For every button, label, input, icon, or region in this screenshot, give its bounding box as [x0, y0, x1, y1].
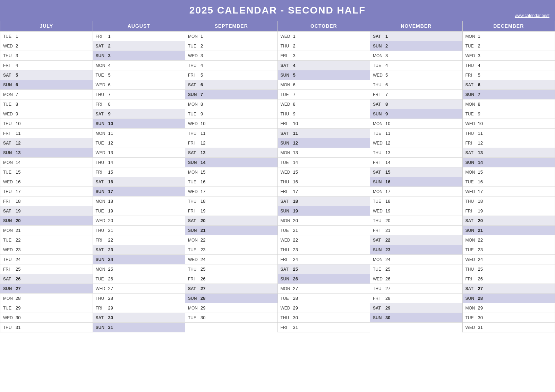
day-of-week: FRI — [373, 160, 385, 165]
day-number: 5 — [16, 72, 18, 78]
day-row: SUN10 — [93, 119, 185, 129]
day-of-week: TUE — [3, 306, 15, 311]
day-of-week: FRI — [281, 257, 292, 262]
day-number: 18 — [293, 199, 298, 204]
day-number: 11 — [293, 131, 298, 136]
page-title: 2025 CALENDAR - SECOND HALF — [0, 5, 555, 16]
day-of-week: SUN — [96, 257, 108, 262]
day-number: 1 — [108, 34, 111, 39]
day-of-week: MON — [3, 228, 15, 233]
day-row: MON1 — [185, 32, 278, 41]
day-row: FRI26 — [185, 274, 278, 284]
day-row: SAT29 — [370, 303, 462, 313]
day-of-week: TUE — [188, 315, 200, 320]
day-of-week: WED — [96, 286, 108, 291]
day-number: 23 — [293, 247, 298, 252]
day-number: 2 — [385, 43, 388, 49]
day-number: 29 — [478, 305, 483, 311]
day-number: 16 — [16, 179, 20, 184]
day-row: WED8 — [278, 99, 370, 109]
day-of-week: THU — [281, 180, 292, 184]
day-number: 25 — [108, 267, 113, 272]
day-row: TUE23 — [185, 245, 278, 255]
day-row: TUE29 — [0, 303, 93, 313]
day-number: 25 — [293, 267, 298, 272]
day-number: 5 — [385, 72, 388, 78]
page-header: 2025 CALENDAR - SECOND HALF www.calendar… — [0, 0, 555, 21]
day-row: TUE16 — [185, 177, 278, 187]
month-col-november: NOVEMBERSAT1SUN2MON3TUE4WED5THU6FRI7SAT8… — [370, 21, 463, 332]
day-number: 15 — [478, 169, 483, 175]
day-number: 20 — [16, 218, 20, 223]
day-number: 21 — [293, 228, 298, 233]
day-number: 26 — [16, 276, 20, 281]
day-number: 15 — [16, 169, 20, 175]
day-number: 14 — [108, 160, 113, 165]
day-number: 20 — [200, 218, 205, 223]
day-of-week: SUN — [466, 228, 477, 233]
day-row: FRI22 — [93, 235, 185, 245]
day-of-week: SUN — [96, 189, 108, 194]
day-row: MON10 — [370, 119, 462, 129]
day-of-week: TUE — [373, 131, 385, 136]
day-of-week: MON — [96, 63, 108, 68]
day-row: THU10 — [0, 119, 93, 129]
day-row: SAT18 — [278, 197, 370, 206]
day-row: SUN28 — [185, 294, 278, 303]
day-row: FRI3 — [278, 51, 370, 61]
day-of-week: WED — [466, 121, 477, 126]
day-number: 18 — [478, 199, 483, 204]
day-of-week: SAT — [466, 150, 477, 155]
day-of-week: MON — [373, 53, 385, 58]
day-number: 29 — [16, 305, 20, 311]
day-row: FRI7 — [370, 90, 462, 99]
day-number: 26 — [293, 276, 298, 281]
day-row: FRI8 — [93, 99, 185, 109]
day-of-week: FRI — [466, 141, 477, 146]
day-of-week: MON — [373, 189, 385, 194]
day-row: MON8 — [463, 99, 555, 109]
day-row: FRI11 — [0, 129, 93, 138]
day-of-week: FRI — [96, 34, 108, 39]
day-row: MON28 — [0, 294, 93, 303]
day-of-week: SAT — [466, 218, 477, 223]
day-row: WED24 — [463, 255, 555, 264]
day-row: TUE28 — [278, 294, 370, 303]
day-row: SAT27 — [463, 284, 555, 294]
day-row: WED19 — [370, 206, 462, 216]
day-number: 31 — [293, 325, 298, 330]
day-number: 24 — [16, 257, 20, 262]
day-of-week: THU — [188, 199, 200, 204]
day-number: 10 — [293, 121, 298, 126]
day-number: 31 — [478, 325, 483, 330]
day-number: 7 — [478, 92, 480, 97]
day-number: 26 — [385, 276, 390, 281]
day-number: 8 — [200, 102, 203, 107]
day-of-week: FRI — [373, 228, 385, 233]
day-row: TUE11 — [370, 129, 462, 138]
day-row: SUN23 — [370, 245, 462, 255]
day-of-week: MON — [3, 296, 15, 301]
day-number: 5 — [200, 72, 203, 78]
website-link[interactable]: www.calendar.best — [515, 13, 549, 18]
day-of-week: WED — [281, 102, 292, 107]
day-of-week: MON — [96, 199, 108, 204]
day-number: 15 — [385, 169, 390, 175]
day-row: WED5 — [370, 70, 462, 80]
day-row: THU3 — [0, 51, 93, 61]
day-of-week: FRI — [3, 267, 15, 272]
day-number: 2 — [108, 43, 111, 49]
day-row: MON4 — [93, 61, 185, 70]
day-of-week: TUE — [188, 112, 200, 116]
day-number: 4 — [16, 63, 18, 68]
day-number: 30 — [16, 315, 20, 320]
day-number: 24 — [293, 257, 298, 262]
day-of-week: THU — [281, 247, 292, 252]
day-of-week: TUE — [96, 209, 108, 214]
day-of-week: SUN — [281, 73, 292, 78]
day-row: SUN17 — [93, 187, 185, 197]
day-number: 13 — [293, 150, 298, 155]
day-row: TUE12 — [93, 138, 185, 148]
day-of-week: FRI — [3, 63, 15, 68]
day-of-week: WED — [96, 150, 108, 155]
